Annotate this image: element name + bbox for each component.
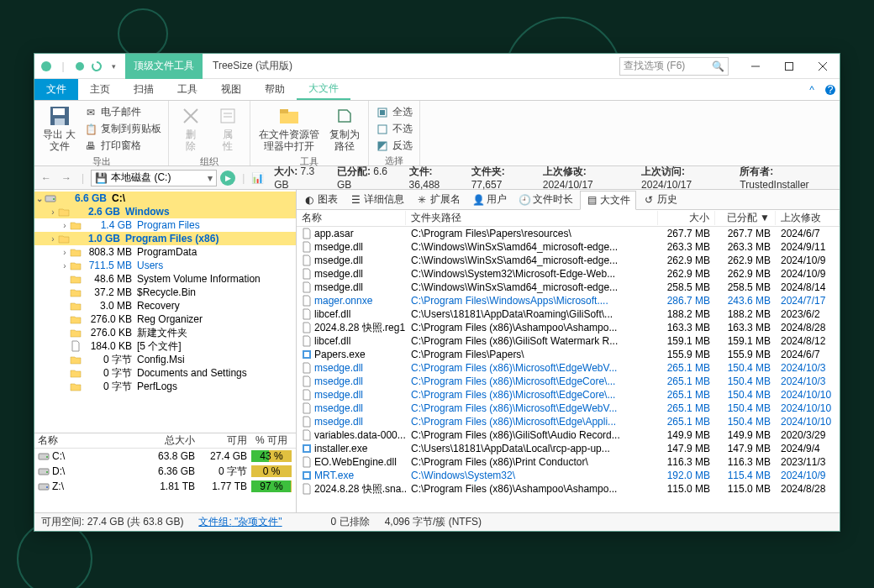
tab-view[interactable]: 视图	[209, 79, 253, 100]
file-row[interactable]: app.asarC:\Program Files\Papers\resource…	[297, 227, 840, 240]
open-explorer-button[interactable]: 在文件资源管 理器中打开	[255, 102, 323, 155]
file-row[interactable]: mager.onnxeC:\Program Files\WindowsApps\…	[297, 294, 840, 307]
tree-row[interactable]: ›711.5 MBUsers	[34, 259, 296, 272]
col-free[interactable]: 可用	[195, 433, 247, 448]
col-filepath[interactable]: 文件夹路径	[406, 211, 658, 225]
drive-row[interactable]: C:\63.8 GB27.4 GB43 %	[34, 449, 296, 464]
file-row[interactable]: msedge.dllC:\Windows\WinSxS\amd64_micros…	[297, 281, 840, 294]
vtab-ext[interactable]: ✳扩展名	[411, 191, 466, 208]
maximize-button[interactable]	[772, 54, 806, 79]
file-row[interactable]: msedge.dllC:\Windows\System32\Microsoft-…	[297, 267, 840, 281]
file-row[interactable]: msedge.dllC:\Program Files (x86)\Microso…	[297, 388, 840, 402]
qat-dropdown-icon[interactable]: ▾	[107, 60, 120, 73]
tree-row[interactable]: 0 字节Config.Msi	[34, 353, 296, 366]
tab-bigfiles[interactable]: 大文件	[297, 79, 350, 100]
tree-row[interactable]: ⌄6.6 GBC:\	[34, 192, 296, 205]
tree-size: 276.0 KB	[82, 327, 132, 339]
file-row[interactable]: msedge.dllC:\Program Files (x86)\Microso…	[297, 361, 840, 375]
file-row[interactable]: Papers.exeC:\Program Files\Papers\155.9 …	[297, 348, 840, 361]
file-row[interactable]: msedge.dllC:\Windows\WinSxS\amd64_micros…	[297, 254, 840, 267]
drive-icon: 💾	[95, 172, 108, 184]
col-filesize[interactable]: 大小	[658, 211, 715, 225]
tree-row[interactable]: ›1.0 GBProgram Files (x86)	[34, 232, 296, 245]
qat-scan-icon[interactable]	[73, 60, 87, 73]
expand-icon[interactable]: ›	[48, 234, 58, 244]
file-row[interactable]: MRT.exeC:\Windows\System32\192.0 MB115.4…	[297, 469, 840, 482]
drive-row[interactable]: Z:\1.81 TB1.77 TB97 %	[34, 479, 296, 494]
tree-row[interactable]: ›1.4 GBProgram Files	[34, 218, 296, 232]
size-mode-icon[interactable]: 📊	[251, 172, 264, 184]
col-pct[interactable]: % 可用	[247, 433, 292, 448]
vtab-chart[interactable]: ◐图表	[298, 191, 343, 208]
vtab-age[interactable]: 🕘文件时长	[513, 191, 578, 208]
expand-icon[interactable]: ›	[60, 248, 70, 257]
expand-icon[interactable]: ›	[60, 261, 70, 270]
path-combo[interactable]: 💾 本地磁盘 (C:) ▾	[91, 170, 217, 186]
file-row[interactable]: installer.exeC:\Users\18181\AppData\Loca…	[297, 442, 840, 455]
tab-scan[interactable]: 扫描	[122, 79, 166, 100]
qat-refresh-icon[interactable]	[90, 60, 103, 73]
tree-row[interactable]: 3.0 MBRecovery	[34, 299, 296, 312]
tree-row[interactable]: 37.2 MB$Recycle.Bin	[34, 286, 296, 299]
file-row[interactable]: msedge.dllC:\Program Files (x86)\Microso…	[297, 402, 840, 415]
file-row[interactable]: msedge.dllC:\Program Files (x86)\Microso…	[297, 415, 840, 428]
expand-icon[interactable]: ⌄	[34, 194, 45, 203]
tree-row[interactable]: 276.0 KB新建文件夹	[34, 326, 296, 339]
tree-row[interactable]: 48.6 MBSystem Volume Information	[34, 272, 296, 286]
tab-help[interactable]: 帮助	[253, 79, 297, 100]
minimize-button[interactable]	[739, 54, 772, 79]
help-icon[interactable]: ?	[821, 79, 840, 100]
go-button[interactable]: ▶	[220, 171, 235, 186]
file-row[interactable]: 2024.8.28 快照.sna...C:\Program Files (x86…	[297, 482, 840, 496]
file-row[interactable]: libcef.dllC:\Program Files (x86)\GiliSof…	[297, 334, 840, 348]
tree-row[interactable]: ›2.6 GBWindows	[34, 205, 296, 218]
vtab-history[interactable]: ↺历史	[638, 191, 682, 208]
expand-icon[interactable]: ›	[60, 221, 70, 230]
col-filename[interactable]: 名称	[297, 211, 406, 225]
file-row[interactable]: variables.data-000...C:\Program Files (x…	[297, 428, 840, 442]
tree-row[interactable]: 0 字节PerfLogs	[34, 380, 296, 393]
options-search-input[interactable]: 查找选项 (F6) 🔍	[619, 57, 729, 76]
col-filedate[interactable]: 上次修改	[776, 211, 840, 225]
nav-fwd-icon[interactable]: →	[58, 172, 75, 184]
status-filter[interactable]: 文件组: "杂项文件"	[198, 515, 282, 529]
vtab-users[interactable]: 👤用户	[467, 191, 512, 208]
vtab-details[interactable]: ☰详细信息	[345, 191, 409, 208]
email-button[interactable]: ✉电子邮件	[82, 104, 163, 120]
file-row[interactable]: libcef.dllC:\Users\18181\AppData\Roaming…	[297, 307, 840, 321]
vtab-big[interactable]: ▤大文件	[580, 191, 636, 210]
tree-row[interactable]: 276.0 KBReg Organizer	[34, 312, 296, 326]
collapse-ribbon-icon[interactable]: ^	[803, 79, 821, 100]
drive-row[interactable]: D:\6.36 GB0 字节0 %	[34, 464, 296, 479]
tree-row[interactable]: ›808.3 MBProgramData	[34, 245, 296, 259]
chevron-down-icon[interactable]: ▾	[208, 172, 213, 184]
copy-path-button[interactable]: 复制为 路径	[326, 102, 363, 155]
mail-icon: ✉	[84, 106, 97, 119]
expand-icon[interactable]: ›	[48, 207, 58, 217]
tab-tools[interactable]: 工具	[166, 79, 209, 100]
select-invert-button[interactable]: 反选	[374, 138, 414, 154]
directory-tree[interactable]: ⌄6.6 GBC:\›2.6 GBWindows›1.4 GBProgram F…	[34, 190, 296, 433]
tab-home[interactable]: 主页	[78, 79, 122, 100]
file-list[interactable]: app.asarC:\Program Files\Papers\resource…	[297, 227, 840, 512]
select-none-button[interactable]: 不选	[374, 121, 414, 137]
file-row[interactable]: EO.WebEngine.dllC:\Program Files (x86)\P…	[297, 455, 840, 469]
col-filealloc[interactable]: 已分配 ▼	[715, 211, 776, 225]
export-button[interactable]: 导出 大 文件	[39, 102, 79, 155]
file-row[interactable]: 2024.8.28 快照.reg1C:\Program Files (x86)\…	[297, 321, 840, 334]
col-name[interactable]: 名称	[38, 433, 143, 448]
user-icon: 👤	[472, 194, 484, 206]
tree-row[interactable]: 184.0 KB[5 个文件]	[34, 339, 296, 353]
close-button[interactable]	[806, 54, 840, 79]
nav-back-icon[interactable]: ←	[38, 172, 55, 184]
tab-file[interactable]: 文件	[34, 79, 78, 100]
save-icon	[48, 104, 71, 128]
col-total[interactable]: 总大小	[143, 433, 195, 448]
copy-clipboard-button[interactable]: 📋复制到剪贴板	[82, 121, 163, 137]
file-row[interactable]: msedge.dllC:\Windows\WinSxS\amd64_micros…	[297, 240, 840, 254]
select-all-button[interactable]: 全选	[374, 104, 414, 120]
tree-row[interactable]: 0 字节Documents and Settings	[34, 366, 296, 380]
drive-table[interactable]: 名称 总大小 可用 % 可用 C:\63.8 GB27.4 GB43 %D:\6…	[34, 433, 296, 512]
print-grid-button[interactable]: 🖶打印窗格	[82, 138, 163, 154]
file-row[interactable]: msedge.dllC:\Program Files (x86)\Microso…	[297, 375, 840, 388]
